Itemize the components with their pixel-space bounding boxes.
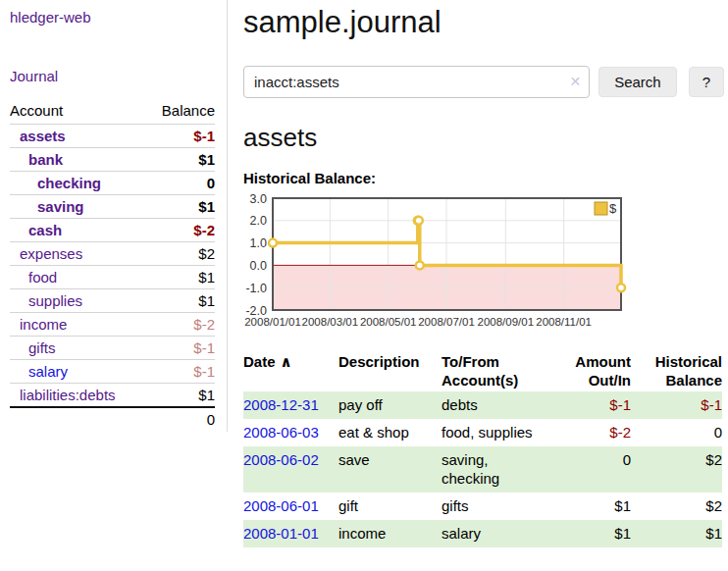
account-link-supplies[interactable]: supplies [10,292,82,309]
register-col-balance[interactable]: Historical Balance [631,349,722,391]
register-row: 2008-12-31pay offdebts$-1$-1 [243,391,722,419]
register-col-amount[interactable]: Amount Out/In [549,349,631,391]
chart-canvas: 3.02.01.00.0-1.0-2.02008/01/012008/03/01… [243,188,695,336]
register-accounts: gifts [442,493,549,520]
account-balance: 0 [146,172,215,195]
register-balance: $-1 [631,391,722,419]
register-date-link[interactable]: 2008-06-01 [243,497,319,514]
account-link-salary[interactable]: salary [10,363,68,380]
accounts-header-account: Account [10,99,146,125]
svg-text:0.0: 0.0 [250,259,267,273]
register-accounts: saving, checking [442,446,549,493]
account-row: food$1 [10,266,215,289]
account-balance: $-1 [146,360,215,384]
register-col-date[interactable]: Date∧ [243,349,338,391]
account-link-bank[interactable]: bank [10,151,63,168]
register-description: pay off [338,391,442,419]
account-link-cash[interactable]: cash [10,222,62,238]
search-form: ✕ Search ? [243,66,724,98]
svg-text:2.0: 2.0 [250,214,267,228]
account-link-saving[interactable]: saving [10,198,84,215]
account-link-checking[interactable]: checking [10,175,101,191]
account-link-food[interactable]: food [10,269,57,286]
accounts-total-value: 0 [146,407,215,431]
accounts-table: Account Balance assets$-1bank$1checking0… [10,99,215,431]
account-row: supplies$1 [10,289,215,313]
account-balance: $1 [146,384,215,408]
account-row: cash$-2 [10,219,215,242]
svg-text:2008/01/01: 2008/01/01 [244,316,301,328]
register-col-accounts[interactable]: To/From Account(s) [442,349,549,391]
svg-text:2008/09/01: 2008/09/01 [478,316,535,328]
register-amount: $-1 [549,391,631,419]
account-balance: $2 [146,242,215,266]
account-heading: assets [243,123,724,153]
register-accounts: salary [442,520,549,547]
register-row: 2008-06-01giftgifts$1$2 [243,493,722,520]
account-balance: $-2 [146,219,215,242]
nav-journal-link[interactable]: Journal [10,68,215,84]
svg-text:2008/07/01: 2008/07/01 [418,316,475,328]
account-row: assets$-1 [10,125,215,148]
search-input[interactable] [243,66,590,98]
page-title: sample.journal [243,5,724,40]
register-description: save [338,446,442,493]
account-row: liabilities:debts$1 [10,384,215,408]
register-description: eat & shop [338,419,442,446]
register-date-link[interactable]: 2008-01-01 [243,525,319,542]
sort-ascending-icon: ∧ [281,353,292,370]
svg-text:-1.0: -1.0 [245,282,267,295]
account-link-liabilities-debts[interactable]: liabilities:debts [10,387,116,403]
account-balance: $1 [146,148,215,172]
legend-swatch [595,202,607,215]
historical-balance-chart: 3.02.01.00.0-1.0-2.02008/01/012008/03/01… [243,188,724,339]
account-row: bank$1 [10,148,215,172]
register-date-link[interactable]: 2008-06-02 [243,451,319,468]
svg-text:2008/03/01: 2008/03/01 [302,316,359,328]
brand-link[interactable]: hledger-web [10,9,215,26]
register-header-row: Date∧ Description To/From Account(s) Amo… [243,349,722,391]
search-button[interactable]: Search [598,67,677,97]
register-table: Date∧ Description To/From Account(s) Amo… [243,349,722,547]
account-row: checking0 [10,172,215,195]
account-balance: $1 [146,266,215,289]
account-link-expenses[interactable]: expenses [10,245,82,262]
help-button[interactable]: ? [689,67,724,97]
clear-search-icon[interactable]: ✕ [569,74,581,89]
sidebar: hledger-web Journal Account Balance asse… [0,0,228,432]
accounts-header-balance: Balance [146,99,215,125]
account-balance: $-1 [146,337,215,360]
svg-text:3.0: 3.0 [250,192,267,206]
account-link-assets[interactable]: assets [10,128,66,144]
svg-text:2008/11/01: 2008/11/01 [536,316,592,328]
account-link-income[interactable]: income [10,316,67,333]
chart-title: Historical Balance: [243,170,724,186]
legend-label: $ [609,201,617,216]
register-amount: 0 [549,446,631,493]
accounts-header-row: Account Balance [10,99,215,125]
register-row: 2008-06-03eat & shopfood, supplies$-20 [243,419,722,446]
register-date-link[interactable]: 2008-12-31 [243,396,319,413]
register-balance: 0 [631,419,722,446]
account-row: salary$-1 [10,360,215,384]
account-balance: $-1 [146,125,215,148]
register-amount: $-2 [549,419,631,446]
account-link-gifts[interactable]: gifts [10,339,56,356]
account-balance: $-2 [146,313,215,337]
register-accounts: food, supplies [442,419,549,446]
register-row: 2008-01-01incomesalary$1$1 [243,520,722,547]
register-row: 2008-06-02savesaving, checking0$2 [243,446,722,493]
register-amount: $1 [549,520,631,547]
account-row: gifts$-1 [10,337,215,360]
register-date-link[interactable]: 2008-06-03 [243,424,319,441]
account-row: saving$1 [10,195,215,219]
main-content: sample.journal ✕ Search ? assets Histori… [243,0,724,547]
account-balance: $1 [146,195,215,219]
account-balance: $1 [146,289,215,313]
register-balance: $2 [631,493,722,520]
register-amount: $1 [549,493,631,520]
accounts-total-row: 0 [10,407,215,431]
register-col-description[interactable]: Description [338,349,442,391]
register-accounts: debts [442,391,549,419]
register-balance: $2 [631,446,722,493]
